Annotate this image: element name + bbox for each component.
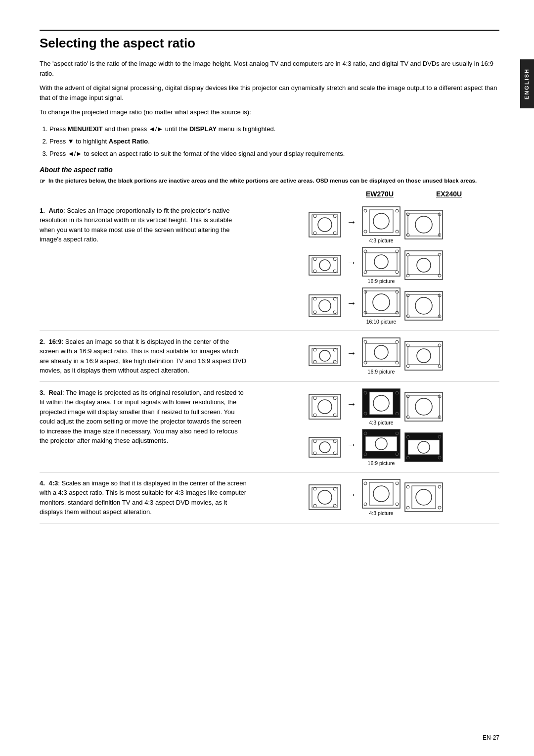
- arrow-2: →: [347, 257, 356, 268]
- real-169-ex240u: [404, 432, 444, 463]
- auto-43-ew270u-svg: [361, 206, 401, 236]
- real-169-source: [308, 436, 342, 458]
- auto-43-row: → 4:3 picture: [308, 206, 444, 243]
- real-169-row: → 16:9 picture: [308, 428, 444, 466]
- section-169-diagrams: → 16:9 picture: [252, 337, 499, 376]
- section-auto-text: 1. Auto: Scales an image proportionally …: [40, 206, 252, 325]
- note-text: In the pictures below, the black portion…: [48, 177, 477, 185]
- auto-43-ex240u: [404, 209, 444, 240]
- steps-list: Press MENU/EXIT and then press ◄/► until…: [49, 123, 499, 160]
- auto-1610-ew270u: 16:10 picture: [361, 287, 401, 325]
- svg-rect-50: [365, 291, 397, 314]
- auto-169-ew-svg: [361, 246, 401, 277]
- note-icon: ☞: [40, 177, 45, 186]
- 169-ex240u: [404, 340, 444, 371]
- auto-169-src-svg: [308, 254, 342, 276]
- section-real-diagrams: → 4:3 picture: [252, 388, 499, 466]
- 43-ex240u: [404, 482, 444, 513]
- 43-row: → 4:3 picture: [308, 478, 444, 516]
- note-box: ☞ In the pictures below, the black porti…: [40, 177, 499, 186]
- real-43-label: 4:3 picture: [369, 420, 393, 425]
- english-tab: ENGLISH: [520, 59, 534, 108]
- real-169-ew270u: 16:9 picture: [361, 428, 401, 466]
- auto-1610-label: 16:10 picture: [366, 319, 397, 325]
- svg-rect-113: [365, 436, 397, 451]
- arrow-real-43: →: [347, 398, 356, 410]
- col-header-ew270u: EW270U: [345, 190, 414, 198]
- svg-rect-120: [408, 440, 440, 455]
- svg-rect-15: [408, 213, 440, 236]
- auto-169-source: [308, 254, 342, 276]
- section-169-text: 2. 16:9: Scales an image so that it is d…: [40, 337, 252, 376]
- svg-rect-57: [408, 294, 440, 317]
- intro-para-2: With the advent of digital signal proces…: [40, 83, 499, 102]
- page-container: ENGLISH Selecting the aspect ratio The '…: [0, 0, 534, 756]
- svg-rect-99: [408, 395, 440, 418]
- top-border: [40, 30, 499, 31]
- intro-para-3: To change the projected image ratio (no …: [40, 107, 499, 117]
- auto-1610-src-svg: [308, 294, 342, 318]
- 43-ew270u: 4:3 picture: [361, 478, 401, 516]
- arrow-43: →: [347, 489, 356, 500]
- auto-169-label: 16:9 picture: [368, 278, 395, 284]
- page-number: EN-27: [483, 734, 499, 741]
- 169-label: 16:9 picture: [368, 369, 395, 375]
- svg-rect-71: [365, 343, 397, 361]
- intro-para-1: The 'aspect ratio' is the ratio of the i…: [40, 59, 499, 78]
- section-43-text: 4. 4:3: Scales an image so that it is di…: [40, 478, 252, 517]
- auto-169-ew270u: 16:9 picture: [361, 246, 401, 284]
- arrow-3: →: [347, 297, 356, 309]
- 169-ew270u: 16:9 picture: [361, 337, 401, 375]
- step-2: Press ▼ to highlight Aspect Ratio.: [49, 136, 499, 147]
- real-43-source: [308, 393, 342, 420]
- page-title: Selecting the aspect ratio: [40, 36, 499, 51]
- real-43-row: → 4:3 picture: [308, 388, 444, 425]
- step-3: Press ◄/► to select an aspect ratio to s…: [49, 148, 499, 159]
- arrow-real-169: →: [347, 439, 356, 450]
- auto-169-row: → 16:9 picture: [308, 246, 444, 284]
- auto-43-source: [308, 211, 342, 238]
- arrow-169: →: [347, 347, 356, 359]
- col-header-ex240u: EX240U: [414, 190, 484, 198]
- section-43-diagrams: → 4:3 picture: [252, 478, 499, 517]
- 169-row: → 16:9 picture: [308, 337, 444, 375]
- about-title: About the aspect ratio: [40, 166, 499, 174]
- auto-1610-ex240u: [404, 290, 444, 321]
- svg-rect-29: [365, 253, 397, 271]
- section-43: 4. 4:3: Scales an image so that it is di…: [40, 472, 499, 523]
- auto-43-label: 4:3 picture: [369, 237, 393, 243]
- 169-source: [308, 345, 342, 367]
- auto-43-source-svg: [308, 211, 342, 238]
- section-auto-diagrams: → 4:3 picture: [252, 206, 499, 325]
- auto-43-ex240u-svg: [404, 209, 444, 240]
- diagram-headers: EW270U EX240U: [40, 190, 484, 198]
- section-auto: 1. Auto: Scales an image proportionally …: [40, 200, 499, 331]
- real-169-label: 16:9 picture: [368, 460, 395, 466]
- real-43-ex240u: [404, 391, 444, 422]
- auto-1610-source: [308, 294, 342, 318]
- auto-1610-row: → 16:10 picture: [308, 287, 444, 325]
- auto-169-ex-svg: [404, 250, 444, 281]
- svg-rect-78: [408, 347, 440, 365]
- section-real: 3. Real: The image is projected as its o…: [40, 382, 499, 472]
- auto-43-ew270u: 4:3 picture: [361, 206, 401, 243]
- real-43-ew270u: 4:3 picture: [361, 388, 401, 425]
- section-169: 2. 16:9: Scales an image so that it is d…: [40, 331, 499, 382]
- section-real-text: 3. Real: The image is projected as its o…: [40, 388, 252, 466]
- auto-1610-ew-svg: [361, 287, 401, 318]
- auto-1610-ex-svg: [404, 290, 444, 321]
- arrow-1: →: [347, 216, 356, 228]
- step-1: Press MENU/EXIT and then press ◄/► until…: [49, 123, 499, 135]
- 43-label: 4:3 picture: [369, 510, 393, 516]
- auto-169-ex240u: [404, 250, 444, 281]
- 43-source: [308, 484, 342, 511]
